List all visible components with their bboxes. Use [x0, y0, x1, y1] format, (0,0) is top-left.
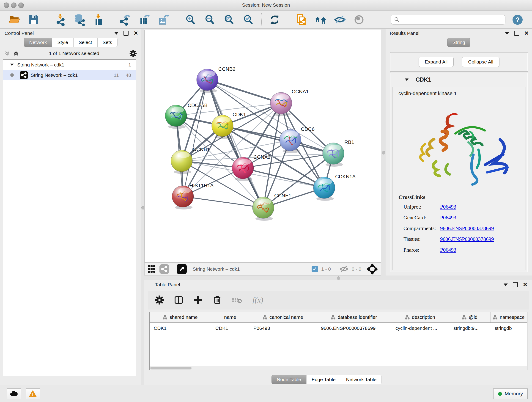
graph-node-label: CCNB1 [193, 147, 210, 152]
crosslink-genecard-link[interactable]: P06493 [440, 215, 456, 221]
import-network-file-icon[interactable] [54, 13, 66, 26]
tab-network-table[interactable]: Network Table [341, 375, 382, 384]
results-splitter-handle[interactable] [382, 151, 385, 154]
collapse-panel-icon[interactable] [114, 32, 119, 35]
crosslink-uniprot-link[interactable]: P06493 [440, 204, 456, 210]
fit-selected-target-icon[interactable] [367, 264, 378, 274]
grid-view-icon[interactable] [148, 265, 155, 273]
shared-column-icon [462, 315, 467, 319]
graph-edge-HIST1H1A-CCNE1[interactable] [183, 196, 263, 208]
column-header-name[interactable]: name [211, 312, 249, 322]
search-box[interactable] [391, 15, 505, 25]
graph-node-HIST1H1A[interactable] [172, 186, 194, 210]
column-header-canonical-name[interactable]: canonical name [249, 312, 317, 322]
refresh-icon[interactable] [268, 13, 281, 26]
tab-node-table[interactable]: Node Table [272, 375, 306, 384]
tab-string[interactable]: String [447, 38, 470, 47]
tab-sets[interactable]: Sets [97, 38, 118, 47]
graph-node-CCNA1[interactable] [270, 92, 292, 116]
network-overview-icon[interactable] [159, 264, 169, 274]
graph-edge-CCNB2-CCNE1[interactable] [207, 80, 263, 208]
column-header-namespace[interactable]: namespace [491, 312, 527, 322]
crosslink-pharos-link[interactable]: P06493 [440, 247, 456, 253]
crosslink-compartments-link[interactable]: 9606.ENSP00000378699 [440, 225, 494, 231]
selected-nodes-checkbox[interactable]: ✓ [312, 266, 318, 272]
graph-edge-CCNB2-HIST1H1A[interactable] [183, 80, 207, 196]
graph-node-CCNE1[interactable] [253, 197, 274, 221]
close-panel-icon[interactable]: ✕ [524, 31, 529, 35]
table-row[interactable]: CDK1 CDK1 P06493 9606.ENSP00000378699 cy… [150, 323, 527, 333]
show-columns-icon[interactable] [174, 295, 184, 305]
export-image-icon[interactable] [158, 13, 170, 26]
section-expand-icon[interactable] [405, 78, 409, 81]
column-header-shared-name[interactable]: shared name [150, 312, 211, 322]
cloud-status-button[interactable] [7, 389, 21, 399]
open-session-icon[interactable] [8, 13, 21, 26]
table-splitter-handle[interactable] [337, 276, 340, 280]
expand-all-button[interactable]: Expand All [418, 57, 454, 67]
network-options-gear-icon[interactable] [129, 49, 137, 57]
zoom-selected-icon[interactable] [242, 13, 254, 26]
birds-eye-view-icon[interactable] [177, 264, 187, 274]
float-panel-icon[interactable] [123, 31, 128, 36]
add-column-icon[interactable] [193, 295, 203, 305]
graph-node-CDC25B[interactable] [165, 105, 187, 129]
duplicate-network-icon[interactable] [295, 13, 307, 26]
column-header-description[interactable]: description [391, 312, 449, 322]
export-network-icon[interactable] [119, 13, 132, 26]
close-panel-icon[interactable]: ✕ [523, 283, 527, 287]
collapse-all-button[interactable]: Collapse All [462, 57, 500, 67]
export-table-icon[interactable] [138, 13, 151, 26]
network-canvas[interactable]: CCNB2CCNA1CDC25BCDK1CDC6RB1CCNB1CCNA2CDK… [144, 30, 381, 262]
import-network-database-icon[interactable] [73, 13, 86, 26]
graph-node-CCNB1[interactable] [171, 150, 192, 174]
delete-column-icon[interactable] [212, 295, 222, 305]
collapse-all-networks-icon[interactable] [4, 50, 11, 57]
left-splitter[interactable] [141, 29, 144, 385]
graph-node-CDC6[interactable] [279, 129, 301, 153]
search-input[interactable] [400, 17, 502, 22]
network-collection-row[interactable]: String Network – cdk1 1 [3, 60, 136, 70]
hide-selected-icon[interactable] [334, 13, 346, 26]
table-options-gear-icon[interactable] [154, 295, 165, 305]
table-horizontal-scrollbar[interactable] [150, 366, 527, 370]
graph-node-label: CCNE1 [274, 193, 291, 198]
results-splitter[interactable] [381, 29, 386, 275]
memory-button[interactable]: Memory [493, 389, 528, 399]
column-header-database-identifier[interactable]: database identifier [317, 312, 391, 322]
zoom-fit-icon[interactable] [223, 13, 235, 26]
tab-edge-table[interactable]: Edge Table [306, 375, 341, 384]
close-panel-icon[interactable]: ✕ [133, 31, 138, 35]
warning-status-button[interactable] [26, 389, 40, 399]
graph-node-CDKN1A[interactable] [313, 177, 335, 201]
protein-name: CDK1 [416, 76, 431, 83]
crosslink-tissues-link[interactable]: 9606.ENSP00000378699 [440, 236, 494, 242]
first-neighbors-icon[interactable] [314, 13, 327, 26]
network-edge-count: 48 [126, 72, 131, 78]
collection-expand-icon[interactable] [10, 64, 13, 66]
table-splitter[interactable] [144, 275, 532, 280]
collapse-panel-icon[interactable] [505, 32, 509, 35]
collapse-panel-icon[interactable] [504, 283, 508, 286]
help-icon[interactable]: ? [511, 13, 524, 26]
zoom-in-icon[interactable] [184, 13, 196, 26]
float-panel-icon[interactable] [513, 282, 518, 287]
import-table-file-icon[interactable] [93, 13, 105, 26]
graph-node-label: CCNB2 [218, 66, 235, 72]
scrollbar-thumb[interactable] [150, 367, 191, 370]
float-panel-icon[interactable] [514, 31, 519, 36]
save-session-icon[interactable] [27, 13, 40, 26]
zoom-out-icon[interactable] [203, 13, 216, 26]
show-all-icon[interactable] [353, 13, 365, 26]
graph-edge-CDK1-RB1[interactable] [222, 126, 333, 153]
expand-all-networks-icon[interactable] [13, 50, 19, 57]
graph-edge-CCNB2-CCNA1[interactable] [207, 80, 281, 103]
network-row-selected[interactable]: String Network – cdk1 11 48 [3, 70, 136, 80]
tab-network[interactable]: Network [24, 38, 52, 47]
graph-node-RB1[interactable] [323, 143, 344, 167]
column-header-id[interactable]: @id [449, 312, 491, 322]
toolbar-separator [261, 13, 262, 26]
string-network-graph[interactable]: CCNB2CCNA1CDC25BCDK1CDC6RB1CCNB1CCNA2CDK… [145, 30, 381, 262]
tab-style[interactable]: Style [52, 38, 73, 47]
tab-select[interactable]: Select [73, 38, 97, 47]
